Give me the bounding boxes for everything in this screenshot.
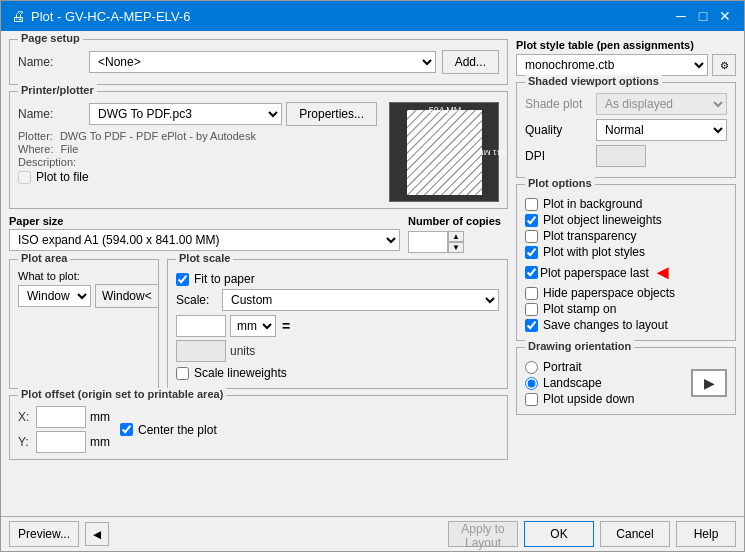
- dpi-row: DPI 100: [525, 145, 727, 167]
- units-label: units: [230, 344, 255, 358]
- plot-paperspace-last-label: Plot paperspace last: [540, 266, 649, 280]
- scale-value1-input[interactable]: 1: [176, 315, 226, 337]
- plot-to-file-row: Plot to file: [18, 170, 377, 184]
- landscape-radio[interactable]: [525, 377, 538, 390]
- plot-stamp-on-checkbox[interactable]: [525, 303, 538, 316]
- shade-plot-label: Shade plot: [525, 97, 590, 111]
- printer-plotter-group: Printer/plotter Name: DWG To PDF.pc3 Pro…: [9, 91, 508, 209]
- properties-button[interactable]: Properties...: [286, 102, 377, 126]
- x-mm-label: mm: [90, 410, 110, 424]
- plot-style-label: Plot style table (pen assignments): [516, 39, 736, 51]
- mm-unit-select[interactable]: mm: [230, 315, 276, 337]
- plot-with-plot-styles-checkbox[interactable]: [525, 246, 538, 259]
- scale-label: Scale:: [176, 293, 216, 307]
- landscape-arrow-icon: ▶: [704, 375, 715, 391]
- scale-lineweights-label: Scale lineweights: [194, 366, 287, 380]
- portrait-radio[interactable]: [525, 361, 538, 374]
- quality-select[interactable]: Normal: [596, 119, 727, 141]
- window-button[interactable]: Window<: [95, 284, 159, 308]
- where-value: File: [61, 143, 79, 155]
- ctb-select[interactable]: monochrome.ctb: [516, 54, 708, 76]
- desc-label: Description:: [18, 156, 76, 168]
- plot-scale-group: Plot scale Fit to paper Scale: Custom 1: [167, 259, 508, 389]
- fit-to-paper-label: Fit to paper: [194, 272, 255, 286]
- spin-down-button[interactable]: ▼: [448, 242, 464, 253]
- y-mm-label: mm: [90, 435, 110, 449]
- hide-paperspace-objects-row: Hide paperspace objects: [525, 286, 727, 300]
- maximize-button[interactable]: □: [694, 7, 712, 25]
- where-info: Where: File: [18, 143, 377, 155]
- print-preview-box: 594 MM 841 MM: [389, 102, 499, 202]
- plot-options-title: Plot options: [525, 177, 595, 189]
- ctb-edit-button[interactable]: ⚙: [712, 54, 736, 76]
- plot-style-table-group: Plot style table (pen assignments) monoc…: [516, 39, 736, 76]
- scale-value2-input[interactable]: 1.005: [176, 340, 226, 362]
- save-changes-checkbox[interactable]: [525, 319, 538, 332]
- save-changes-label: Save changes to layout: [543, 318, 668, 332]
- fit-to-paper-row: Fit to paper: [176, 272, 499, 286]
- cancel-button[interactable]: Cancel: [600, 521, 670, 547]
- y-offset-input[interactable]: 1.97: [36, 431, 86, 453]
- x-offset-input[interactable]: 0.00: [36, 406, 86, 428]
- page-setup-title: Page setup: [18, 32, 83, 44]
- center-plot-checkbox[interactable]: [120, 423, 133, 436]
- plot-stamp-on-row: Plot stamp on: [525, 302, 727, 316]
- plot-upside-down-checkbox[interactable]: [525, 393, 538, 406]
- main-content: Page setup Name: <None> Add... Printer/p…: [1, 31, 744, 516]
- desc-info: Description:: [18, 156, 377, 168]
- paper-size-select[interactable]: ISO expand A1 (594.00 x 841.00 MM): [9, 229, 400, 251]
- printer-plotter-title: Printer/plotter: [18, 84, 97, 96]
- plot-object-lineweights-checkbox[interactable]: [525, 214, 538, 227]
- right-panel: Plot style table (pen assignments) monoc…: [516, 39, 736, 508]
- plot-transparency-label: Plot transparency: [543, 229, 636, 243]
- help-button[interactable]: Help: [676, 521, 736, 547]
- drawing-orientation-title: Drawing orientation: [525, 340, 634, 352]
- dpi-input: 100: [596, 145, 646, 167]
- add-button[interactable]: Add...: [442, 50, 499, 74]
- preview-button[interactable]: Preview...: [9, 521, 79, 547]
- plot-upside-down-row: Plot upside down: [525, 392, 634, 406]
- preview-height-label: 841 MM: [477, 148, 506, 157]
- plot-in-background-checkbox[interactable]: [525, 198, 538, 211]
- plot-area-title: Plot area: [18, 252, 70, 264]
- what-to-plot-select[interactable]: Window: [18, 285, 91, 307]
- page-setup-name-label: Name:: [18, 55, 83, 69]
- scale-lineweights-checkbox[interactable]: [176, 367, 189, 380]
- plot-transparency-checkbox[interactable]: [525, 230, 538, 243]
- plot-upside-down-label: Plot upside down: [543, 392, 634, 406]
- plot-options-group: Plot options Plot in background Plot obj…: [516, 184, 736, 341]
- landscape-label: Landscape: [543, 376, 602, 390]
- printer-name-select[interactable]: DWG To PDF.pc3: [89, 103, 282, 125]
- close-button[interactable]: ✕: [716, 7, 734, 25]
- copies-input[interactable]: 1: [408, 231, 448, 253]
- spin-up-button[interactable]: ▲: [448, 231, 464, 242]
- hide-paperspace-objects-checkbox[interactable]: [525, 287, 538, 300]
- plot-paperspace-last-checkbox[interactable]: [525, 266, 538, 279]
- shaded-viewport-group: Shaded viewport options Shade plot As di…: [516, 82, 736, 178]
- page-setup-name-select[interactable]: <None>: [89, 51, 436, 73]
- copies-spinner: 1 ▲ ▼: [408, 231, 464, 253]
- hide-paperspace-objects-label: Hide paperspace objects: [543, 286, 675, 300]
- plot-offset-title: Plot offset (origin set to printable are…: [18, 388, 226, 400]
- ok-button[interactable]: OK: [524, 521, 594, 547]
- shade-plot-row: Shade plot As displayed: [525, 93, 727, 115]
- plot-scale-title: Plot scale: [176, 252, 233, 264]
- drawing-orientation-group: Drawing orientation Portrait Landscape: [516, 347, 736, 415]
- minimize-button[interactable]: ─: [672, 7, 690, 25]
- left-arrow-button[interactable]: ◄: [85, 522, 109, 546]
- apply-to-layout-button[interactable]: Apply to Layout: [448, 521, 518, 547]
- fit-to-paper-checkbox[interactable]: [176, 273, 189, 286]
- dpi-label: DPI: [525, 149, 590, 163]
- plotter-info: Plotter: DWG To PDF - PDF ePlot - by Aut…: [18, 130, 377, 142]
- plot-with-plot-styles-row: Plot with plot styles: [525, 245, 727, 259]
- portrait-row: Portrait: [525, 360, 634, 374]
- printer-name-label: Name:: [18, 107, 83, 121]
- scale-select[interactable]: Custom: [222, 289, 499, 311]
- plot-paperspace-last-row: Plot paperspace last ◄: [525, 261, 727, 284]
- left-panel: Page setup Name: <None> Add... Printer/p…: [9, 39, 508, 508]
- x-offset-row: X: 0.00 mm: [18, 406, 110, 428]
- plot-to-file-checkbox[interactable]: [18, 171, 31, 184]
- plot-with-plot-styles-label: Plot with plot styles: [543, 245, 645, 259]
- spinner-buttons: ▲ ▼: [448, 231, 464, 253]
- plot-transparency-row: Plot transparency: [525, 229, 727, 243]
